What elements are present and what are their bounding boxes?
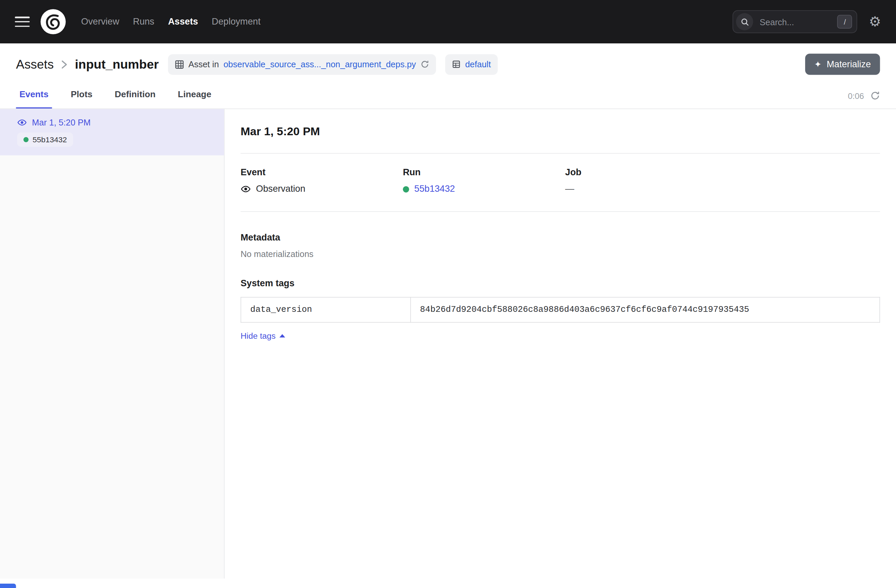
asset-grid-icon — [175, 59, 184, 68]
bottom-left-accent — [0, 583, 16, 588]
reload-definition-icon[interactable] — [421, 60, 429, 68]
job-column: Job — — [565, 167, 880, 194]
metadata-heading: Metadata — [241, 232, 880, 243]
event-column: Event Observation — [241, 167, 403, 194]
chevron-right-icon — [61, 59, 68, 70]
asset-group-pill: default — [445, 54, 497, 74]
tab-events[interactable]: Events — [16, 88, 52, 108]
menu-icon[interactable] — [15, 17, 30, 27]
refresh-elapsed-time: 0:06 — [848, 91, 864, 100]
search-input[interactable] — [759, 16, 832, 27]
run-status-dot — [403, 186, 409, 192]
run-id-chip: 55b13432 — [17, 132, 73, 147]
tag-value-cell: 84b26d7d9204cbf588026c8a9886d403a6c9637c… — [411, 297, 880, 323]
settings-gear-icon[interactable]: ⚙ — [869, 15, 881, 29]
breadcrumb: Assets input_number — [16, 57, 159, 71]
asset-definition-pill: Asset in observable_source_ass..._non_ar… — [168, 54, 436, 74]
nav-item-assets[interactable]: Assets — [168, 17, 198, 27]
event-list-item[interactable]: Mar 1, 5:20 PM 55b13432 — [0, 109, 224, 155]
top-navbar: Overview Runs Assets Deployment / ⚙ — [0, 0, 896, 43]
event-column-label: Event — [241, 167, 403, 178]
group-sheet-icon — [452, 60, 460, 68]
caret-up-icon — [280, 334, 285, 337]
refresh-icon[interactable] — [870, 91, 880, 100]
system-tags-heading: System tags — [241, 278, 880, 289]
run-column: Run 55b13432 — [403, 167, 565, 194]
search-shortcut-key: / — [837, 15, 852, 29]
system-tags-table: data_version 84b26d7d9204cbf588026c8a988… — [241, 297, 880, 323]
materialize-button[interactable]: ✦ Materialize — [805, 54, 880, 75]
tab-definition[interactable]: Definition — [111, 88, 159, 108]
job-empty-value: — — [565, 184, 574, 194]
dagster-logo-icon[interactable] — [40, 8, 66, 35]
tabs-row: Events Plots Definition Lineage 0:06 — [0, 75, 896, 108]
asset-pill-prefix: Asset in — [189, 59, 219, 69]
metadata-empty-text: No materializations — [241, 249, 880, 259]
job-column-value: — — [565, 184, 880, 194]
primary-nav: Overview Runs Assets Deployment — [81, 17, 261, 27]
tab-lineage[interactable]: Lineage — [174, 88, 215, 108]
run-id-link[interactable]: 55b13432 — [414, 184, 455, 194]
asset-source-file-link[interactable]: observable_source_ass..._non_argument_de… — [224, 59, 416, 69]
run-column-label: Run — [403, 167, 565, 178]
divider — [241, 211, 880, 212]
run-status-dot — [24, 137, 29, 142]
app-root: Overview Runs Assets Deployment / ⚙ Asse… — [0, 0, 896, 588]
observation-eye-icon — [17, 118, 27, 128]
search-box[interactable]: / — [733, 11, 857, 33]
event-item-header: Mar 1, 5:20 PM — [17, 118, 215, 128]
observation-eye-icon — [241, 184, 251, 194]
event-timestamp: Mar 1, 5:20 PM — [32, 118, 91, 128]
nav-item-overview[interactable]: Overview — [81, 17, 119, 27]
hide-tags-label: Hide tags — [241, 331, 276, 340]
job-column-label: Job — [565, 167, 880, 178]
run-chip-label: 55b13432 — [33, 135, 67, 144]
asset-name-title: input_number — [75, 57, 158, 71]
sparkle-icon: ✦ — [814, 60, 821, 68]
materialize-button-label: Materialize — [827, 59, 871, 70]
event-detail-title: Mar 1, 5:20 PM — [241, 125, 880, 138]
event-type-value: Observation — [256, 184, 305, 194]
page-header-section: Assets input_number Asset in observable_… — [0, 43, 896, 109]
run-column-value: 55b13432 — [403, 184, 565, 194]
breadcrumb-assets-link[interactable]: Assets — [16, 57, 54, 71]
nav-item-deployment[interactable]: Deployment — [212, 17, 261, 27]
tag-key-cell: data_version — [241, 297, 411, 323]
refresh-status: 0:06 — [848, 91, 880, 109]
table-row: data_version 84b26d7d9204cbf588026c8a988… — [241, 297, 880, 323]
divider — [241, 153, 880, 154]
event-summary-columns: Event Observation Run 55b13432 — [241, 167, 880, 194]
event-column-value: Observation — [241, 184, 403, 194]
nav-item-runs[interactable]: Runs — [133, 17, 154, 27]
search-icon — [736, 13, 753, 30]
content-area: Mar 1, 5:20 PM 55b13432 Mar 1, 5:20 PM E… — [0, 109, 896, 579]
page-header: Assets input_number Asset in observable_… — [0, 43, 896, 75]
events-sidebar: Mar 1, 5:20 PM 55b13432 — [0, 109, 224, 579]
hide-tags-link[interactable]: Hide tags — [241, 331, 285, 340]
tab-plots[interactable]: Plots — [67, 88, 96, 108]
event-detail-panel: Mar 1, 5:20 PM Event Observation Run — [224, 109, 896, 579]
asset-group-link[interactable]: default — [465, 59, 491, 69]
